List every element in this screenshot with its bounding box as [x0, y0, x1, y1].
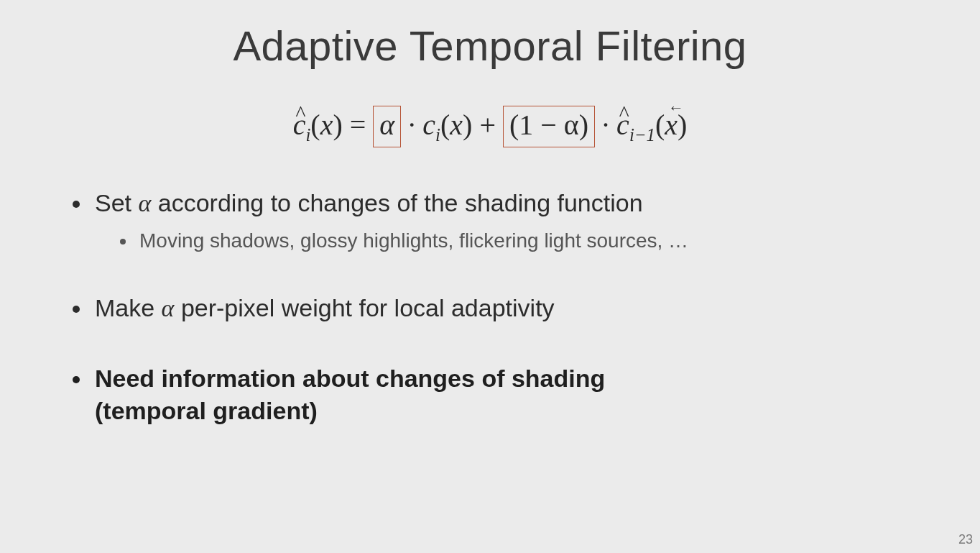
bullet-2-post: per-pixel weight for local adaptivity	[174, 294, 554, 321]
eq-plus: +	[479, 109, 503, 141]
eq-alpha: α	[379, 109, 394, 141]
eq-c1-close: )	[463, 109, 472, 141]
eq-one-minus-alpha-box: (1 − α)	[503, 106, 595, 147]
bullet-2: Make α per-pixel weight for local adapti…	[92, 292, 908, 325]
bullet-1-pre: Set	[95, 189, 138, 216]
bullet-2-alpha: α	[162, 295, 175, 321]
eq-lhs-x: x	[320, 109, 333, 141]
bullet-3-line1: Need information about changes of shadin…	[95, 365, 605, 392]
eq-c2-sub: i−1	[629, 125, 655, 145]
eq-lhs-c: c	[293, 109, 306, 141]
eq-one-minus-alpha: (1 − α)	[509, 109, 588, 141]
eq-lhs-open: (	[310, 109, 320, 141]
eq-c1-open: (	[440, 109, 450, 141]
bullet-2-pre: Make	[95, 294, 162, 321]
eq-lhs-close: )	[333, 109, 342, 141]
bullet-1-alpha: α	[138, 190, 151, 216]
eq-alpha-box: α	[373, 106, 401, 147]
bullet-list: Set α according to changes of the shadin…	[72, 187, 908, 428]
eq-dot2: ·	[602, 109, 616, 141]
eq-dot1: ·	[408, 109, 422, 141]
eq-c2: c	[616, 109, 629, 141]
bullet-1-sublist: Moving shadows, glossy highlights, flick…	[95, 227, 908, 255]
bullet-1: Set α according to changes of the shadin…	[92, 187, 908, 255]
page-number: 23	[958, 532, 973, 547]
slide-title: Adaptive Temporal Filtering	[72, 22, 908, 70]
eq-c1-x: x	[450, 109, 463, 141]
equation: ci(x) = α · ci(x) + (1 − α) · ci−1(x)	[72, 106, 908, 147]
bullet-1-sub: Moving shadows, glossy highlights, flick…	[137, 227, 908, 255]
eq-lhs-sub: i	[305, 125, 310, 145]
eq-c1-sub: i	[435, 125, 440, 145]
eq-equals: =	[350, 109, 374, 141]
bullet-1-post: according to changes of the shading func…	[151, 189, 642, 216]
slide: Adaptive Temporal Filtering ci(x) = α · …	[0, 0, 980, 553]
bullet-3: Need information about changes of shadin…	[92, 362, 908, 429]
eq-c2-open: (	[655, 109, 665, 141]
eq-c2-x: x	[665, 109, 678, 141]
eq-c1: c	[422, 109, 435, 141]
bullet-3-line2: (temporal gradient)	[95, 397, 318, 424]
